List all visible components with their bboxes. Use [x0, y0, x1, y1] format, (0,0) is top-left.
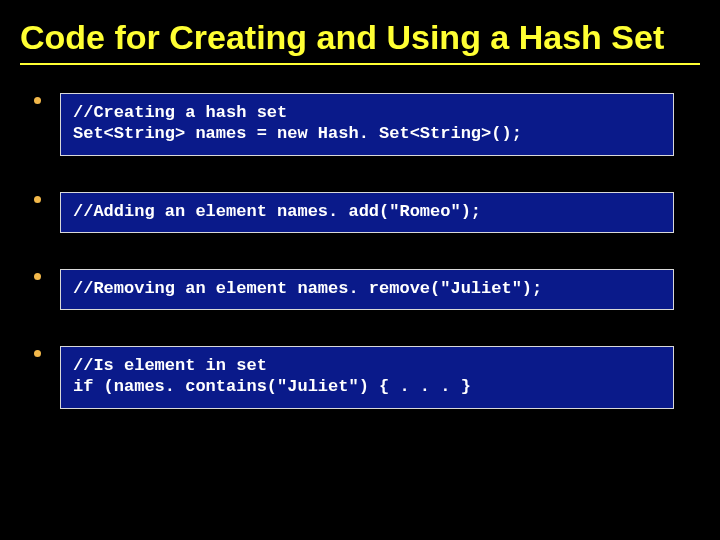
title-underline — [20, 63, 700, 65]
code-block: //Adding an element names. add("Romeo"); — [60, 192, 674, 233]
list-item: //Adding an element names. add("Romeo"); — [38, 192, 700, 233]
list-item: //Is element in set if (names. contains(… — [38, 346, 700, 409]
bullet-list: //Creating a hash set Set<String> names … — [20, 93, 700, 409]
bullet-icon — [34, 273, 41, 280]
code-block: //Is element in set if (names. contains(… — [60, 346, 674, 409]
code-block: //Removing an element names. remove("Jul… — [60, 269, 674, 310]
list-item: //Creating a hash set Set<String> names … — [38, 93, 700, 156]
slide: Code for Creating and Using a Hash Set /… — [0, 0, 720, 540]
page-title: Code for Creating and Using a Hash Set — [20, 18, 700, 57]
code-block: //Creating a hash set Set<String> names … — [60, 93, 674, 156]
bullet-icon — [34, 196, 41, 203]
bullet-icon — [34, 350, 41, 357]
list-item: //Removing an element names. remove("Jul… — [38, 269, 700, 310]
bullet-icon — [34, 97, 41, 104]
